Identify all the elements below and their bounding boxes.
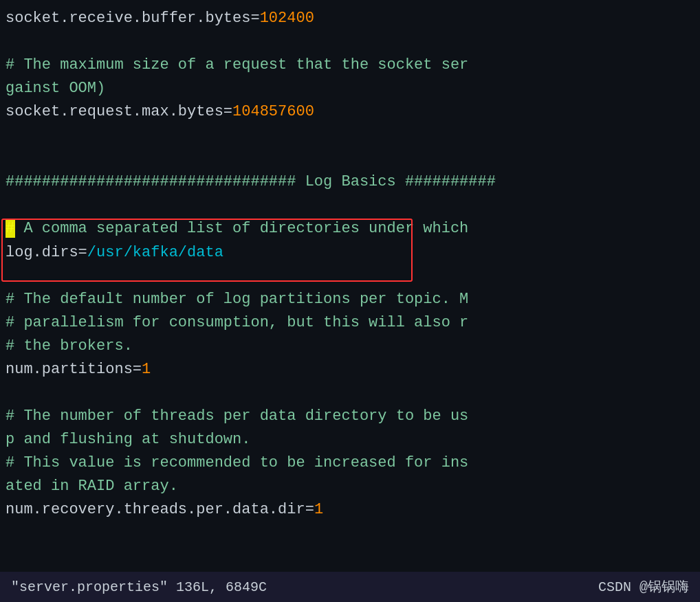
comment-oom: gainst OOM): [6, 77, 700, 100]
line-num-recovery: num.recovery.threads.per.data.dir=1: [6, 498, 700, 522]
comment-log-basics: ################################ Log Bas…: [6, 170, 700, 194]
comment-comma-list: # A comma separated list of directories …: [6, 217, 700, 241]
line-num-partitions: num.partitions=1: [6, 358, 700, 381]
line-key2: socket.request.max.bytes=: [6, 103, 232, 120]
line-value5: 1: [314, 501, 323, 518]
comment-default-partitions: # The default number of log partitions p…: [6, 288, 700, 311]
line-value2: 104857600: [232, 103, 314, 120]
line-key3: log.dirs=: [6, 244, 87, 261]
status-author: CSDN @锅锅嗨: [598, 577, 689, 598]
line-key4: num.partitions=: [6, 361, 142, 378]
blank-line-5: [6, 265, 700, 288]
comment-brokers: # the brokers.: [6, 335, 700, 358]
line-value3: /usr/kafka/data: [87, 244, 223, 261]
code-editor: socket.receive.buffer.bytes=102400 # The…: [0, 0, 700, 602]
line-socket-receive: socket.receive.buffer.bytes=102400: [6, 7, 700, 30]
cursor: [6, 220, 15, 238]
line-value: 102400: [260, 10, 314, 27]
blank-line-1: [6, 30, 700, 54]
blank-line-3: [6, 147, 700, 170]
comment-max-size: # The maximum size of a request that the…: [6, 54, 700, 77]
blank-line-4: [6, 194, 700, 217]
comment-parallelism: # parallelism for consumption, but this …: [6, 311, 700, 335]
comment-raid: ated in RAID array.: [6, 475, 700, 498]
line-key5: num.recovery.threads.per.data.dir=: [6, 501, 314, 518]
comment-threads: # The number of threads per data directo…: [6, 405, 700, 428]
comment-increased: # This value is recommended to be increa…: [6, 452, 700, 475]
line-key: socket.receive.buffer.bytes=: [6, 10, 260, 27]
status-filename: "server.properties" 136L, 6849C: [11, 577, 267, 598]
blank-line-2: [6, 124, 700, 147]
line-socket-request: socket.request.max.bytes=104857600: [6, 100, 700, 124]
blank-line-6: [6, 381, 700, 405]
status-bar: "server.properties" 136L, 6849C CSDN @锅锅…: [0, 572, 700, 602]
line-value4: 1: [142, 361, 151, 378]
comment-flushing: p and flushing at shutdown.: [6, 428, 700, 452]
line-log-dirs: log.dirs=/usr/kafka/data: [6, 241, 700, 265]
